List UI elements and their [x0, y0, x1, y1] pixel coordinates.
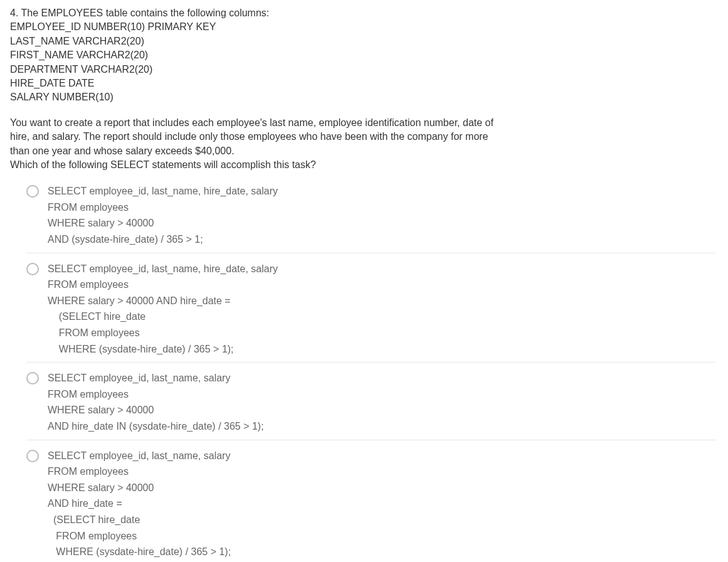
- option-1[interactable]: SELECT employee_id, last_name, hire_date…: [26, 183, 715, 253]
- question-line-3: FIRST_NAME VARCHAR2(20): [10, 48, 715, 62]
- option-4[interactable]: SELECT employee_id, last_name, salary FR…: [26, 448, 715, 562]
- radio-icon[interactable]: [26, 372, 39, 384]
- option-4-text: SELECT employee_id, last_name, salary FR…: [48, 448, 231, 560]
- question-line-1: EMPLOYEE_ID NUMBER(10) PRIMARY KEY: [10, 20, 715, 34]
- question-body-line-0: You want to create a report that include…: [10, 116, 715, 130]
- question-body: You want to create a report that include…: [10, 116, 715, 172]
- question-line-6: SALARY NUMBER(10): [10, 90, 715, 104]
- question-line-2: LAST_NAME VARCHAR2(20): [10, 34, 715, 48]
- question-header: 4. The EMPLOYEES table contains the foll…: [10, 6, 715, 105]
- question-body-line-3: Which of the following SELECT statements…: [10, 158, 715, 172]
- option-1-text: SELECT employee_id, last_name, hire_date…: [48, 183, 278, 247]
- option-3[interactable]: SELECT employee_id, last_name, salary FR…: [26, 370, 715, 440]
- question-line-5: HIRE_DATE DATE: [10, 77, 715, 90]
- question-body-line-2: than one year and whose salary exceeds $…: [10, 144, 715, 158]
- question-line-4: DEPARTMENT VARCHAR2(20): [10, 63, 715, 77]
- radio-icon[interactable]: [26, 263, 39, 275]
- radio-icon[interactable]: [26, 450, 39, 462]
- question-line-0: 4. The EMPLOYEES table contains the foll…: [10, 6, 715, 20]
- question-body-line-1: hire, and salary. The report should incl…: [10, 130, 715, 144]
- option-3-text: SELECT employee_id, last_name, salary FR…: [48, 370, 264, 434]
- option-2[interactable]: SELECT employee_id, last_name, hire_date…: [26, 261, 715, 363]
- option-2-text: SELECT employee_id, last_name, hire_date…: [48, 261, 278, 358]
- options-container: SELECT employee_id, last_name, hire_date…: [10, 183, 715, 562]
- radio-icon[interactable]: [26, 185, 39, 198]
